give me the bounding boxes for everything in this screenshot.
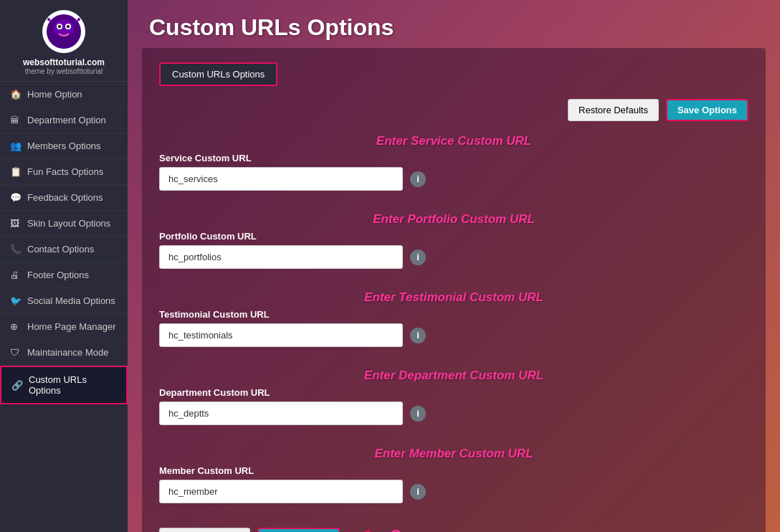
service-field-group: Service Custom URL i [159, 153, 748, 191]
sidebar-item-skinlayout[interactable]: 🖼Skin Layout Options [0, 211, 128, 237]
testimonial-row: i [159, 323, 748, 347]
member-annotation: Enter Member Custom URL [374, 447, 533, 461]
testimonial-input[interactable] [159, 323, 403, 347]
sidebar-item-homepagemanager[interactable]: ⊕Home Page Manager [0, 314, 128, 340]
sidebar-item-maintenancemode[interactable]: 🛡Maintainance Mode [0, 340, 128, 366]
department-label: Department Custom URL [159, 387, 748, 398]
socialmedia-icon: 🐦 [10, 295, 22, 306]
sidebar-item-label-maintenancemode: Maintainance Mode [27, 347, 108, 358]
site-name: websofttoturial.com [23, 57, 105, 67]
page-title: Custom URLs Options [149, 14, 758, 41]
service-input[interactable] [159, 167, 403, 191]
sidebar-header: websofttoturial.com theme by websofttotu… [0, 0, 128, 82]
save-options-button-top[interactable]: Save Options [666, 99, 748, 121]
footer-icon: 🖨 [10, 270, 22, 280]
restore-defaults-button-bottom[interactable]: Restore Defaults [159, 528, 250, 532]
testimonial-field-group: Testimonial Custom URL i [159, 309, 748, 347]
customurls-icon: 🔗 [11, 380, 23, 391]
department-annotation: Enter Department Custom URL [364, 369, 543, 383]
sidebar-item-label-customurls: Custom URLs Options [29, 374, 116, 396]
svg-point-5 [67, 25, 70, 28]
site-theme: theme by websofttoturial [25, 67, 103, 75]
portfolio-field-group: Portfolio Custom URL i [159, 231, 748, 269]
portfolio-label: Portfolio Custom URL [159, 231, 748, 242]
member-row: i [159, 480, 748, 503]
svg-point-8 [47, 18, 50, 21]
testimonial-label: Testimonial Custom URL [159, 309, 748, 320]
sidebar-item-label-socialmedia: Social Media Options [27, 295, 115, 306]
sidebar-item-customurls[interactable]: 🔗Custom URLs Options [0, 366, 128, 404]
department-icon: 🏛 [10, 115, 22, 125]
funfacts-icon: 📋 [10, 166, 22, 177]
tab-bar: Custom URLs Options [159, 62, 748, 86]
contact-icon: 📞 [10, 244, 22, 255]
sidebar-item-contact[interactable]: 📞Contact Options [0, 237, 128, 262]
sidebar-item-label-feedback: Feedback Options [27, 192, 103, 203]
sidebar-nav: 🏠Home Option🏛Department Option👥Members O… [0, 82, 128, 404]
sidebar-item-label-department: Department Option [27, 115, 106, 125]
portfolio-annotation: Enter Portfolio Custom URL [373, 212, 535, 227]
top-actions: Restore Defaults Save Options [159, 99, 748, 121]
skinlayout-icon: 🖼 [10, 218, 22, 229]
sidebar-item-department[interactable]: 🏛Department Option [0, 108, 128, 133]
department-input[interactable] [159, 402, 403, 425]
sidebar-item-feedback[interactable]: 💬Feedback Options [0, 185, 128, 211]
department-info-icon[interactable]: i [410, 406, 426, 422]
sidebar-item-label-home: Home Option [27, 89, 82, 100]
save-annotation-label: Save [390, 526, 427, 533]
portfolio-info-icon[interactable]: i [410, 250, 426, 265]
main-header: Custom URLs Options [128, 0, 780, 48]
service-info-icon[interactable]: i [410, 171, 426, 187]
fields-container: Enter Service Custom URL Service Custom … [159, 134, 748, 532]
member-input[interactable] [159, 480, 403, 503]
feedback-icon: 💬 [10, 192, 22, 203]
member-info-icon[interactable]: i [410, 484, 426, 500]
testimonial-info-icon[interactable]: i [410, 328, 426, 343]
main-content: Custom URLs Options Custom URLs Options … [128, 0, 780, 532]
sidebar-item-members[interactable]: 👥Members Options [0, 133, 128, 159]
sidebar-item-label-members: Members Options [27, 141, 101, 151]
sidebar-item-label-contact: Contact Options [27, 244, 94, 255]
member-field-group: Member Custom URL i [159, 465, 748, 503]
portfolio-input[interactable] [159, 245, 403, 269]
testimonial-annotation: Enter Testimonial Custom URL [364, 290, 543, 305]
service-annotation: Enter Service Custom URL [376, 134, 531, 148]
maintenancemode-icon: 🛡 [10, 347, 22, 358]
save-options-button-bottom[interactable]: Save Options [257, 528, 340, 532]
sidebar-item-label-homepagemanager: Home Page Manager [27, 321, 116, 332]
sidebar-item-footer[interactable]: 🖨Footer Options [0, 262, 128, 288]
sidebar-item-socialmedia[interactable]: 🐦Social Media Options [0, 288, 128, 314]
service-label: Service Custom URL [159, 153, 748, 163]
member-label: Member Custom URL [159, 465, 748, 476]
sidebar-item-home[interactable]: 🏠Home Option [0, 82, 128, 108]
svg-point-9 [77, 18, 80, 21]
sidebar-item-funfacts[interactable]: 📋Fun Facts Options [0, 159, 128, 185]
home-icon: 🏠 [10, 89, 22, 100]
department-field-group: Department Custom URL i [159, 387, 748, 425]
portfolio-row: i [159, 245, 748, 269]
restore-defaults-button-top[interactable]: Restore Defaults [568, 99, 659, 121]
sidebar-item-label-funfacts: Fun Facts Options [27, 166, 103, 177]
homepagemanager-icon: ⊕ [10, 321, 22, 332]
save-arrow-icon [350, 526, 386, 533]
svg-point-1 [54, 19, 74, 37]
custom-urls-tab[interactable]: Custom URLs Options [159, 62, 277, 86]
logo [42, 10, 85, 53]
svg-point-4 [58, 25, 61, 28]
service-row: i [159, 167, 748, 191]
sidebar-item-label-skinlayout: Skin Layout Options [27, 218, 110, 229]
department-row: i [159, 402, 748, 425]
content-area: Custom URLs Options Restore Defaults Sav… [142, 48, 766, 532]
sidebar: websofttoturial.com theme by websofttotu… [0, 0, 128, 532]
sidebar-item-label-footer: Footer Options [27, 270, 89, 280]
bottom-actions: Restore Defaults Save Options [159, 528, 340, 532]
members-icon: 👥 [10, 141, 22, 151]
